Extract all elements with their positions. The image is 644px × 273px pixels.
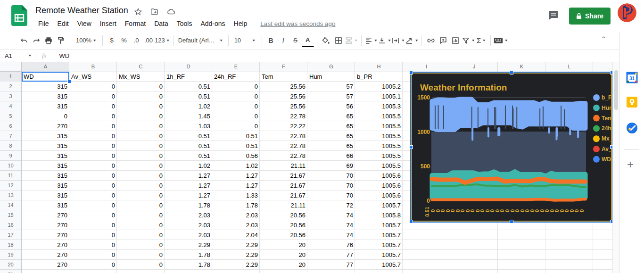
- menu-item-data[interactable]: Data: [150, 19, 172, 28]
- format-currency-button[interactable]: $: [106, 34, 118, 47]
- column-header-e[interactable]: E: [212, 62, 260, 72]
- cell-G12[interactable]: 70: [307, 181, 353, 190]
- column-header-k[interactable]: K: [498, 62, 545, 72]
- row-header-5[interactable]: 5: [0, 111, 21, 121]
- row-header-9[interactable]: 9: [0, 151, 21, 161]
- chart-resize-handle[interactable]: [409, 145, 413, 149]
- cell-G15[interactable]: 74: [307, 210, 353, 220]
- cell-E17[interactable]: 2.04: [212, 230, 258, 240]
- cell-A16[interactable]: 270: [22, 220, 67, 230]
- row-header-1[interactable]: 1: [0, 72, 21, 82]
- vertical-scrollbar[interactable]: [612, 62, 619, 273]
- move-folder-icon[interactable]: [150, 8, 159, 16]
- column-header-a[interactable]: A: [22, 62, 69, 72]
- cell-C20[interactable]: 0: [117, 260, 163, 270]
- cell-C13[interactable]: 0: [117, 190, 163, 200]
- cell-A19[interactable]: 270: [22, 250, 67, 260]
- cell-E11[interactable]: 1.27: [212, 171, 258, 181]
- cell-B5[interactable]: 0: [69, 111, 115, 121]
- cell-H19[interactable]: 1005.7: [355, 250, 401, 260]
- column-header-i[interactable]: I: [403, 62, 450, 72]
- cell-D15[interactable]: 2.03: [165, 210, 210, 220]
- google-calendar-icon[interactable]: 31: [626, 72, 638, 83]
- paint-format-button[interactable]: [55, 34, 67, 47]
- font-size-select[interactable]: 10▼: [231, 34, 259, 47]
- cell-D20[interactable]: 1.78: [165, 260, 210, 270]
- row-header-12[interactable]: 12: [0, 181, 21, 190]
- strikethrough-button[interactable]: S: [289, 34, 302, 47]
- cell-C11[interactable]: 0: [117, 171, 163, 181]
- menu-item-format[interactable]: Format: [121, 19, 149, 28]
- share-button[interactable]: Share: [569, 8, 611, 25]
- cell-G20[interactable]: 77: [307, 260, 353, 270]
- cell-C19[interactable]: 0: [117, 250, 163, 260]
- cell-A4[interactable]: 315: [22, 101, 67, 111]
- insert-comment-button[interactable]: [437, 34, 449, 47]
- cell-D7[interactable]: 0.51: [165, 131, 210, 141]
- cell-E13[interactable]: 1.33: [212, 190, 258, 200]
- cell-C14[interactable]: 0: [117, 200, 163, 210]
- embedded-chart[interactable]: Weather Information1500100050000.5100000…: [411, 73, 612, 222]
- cell-C15[interactable]: 0: [117, 210, 163, 220]
- merge-cells-button[interactable]: ▼: [345, 34, 358, 47]
- cell-G8[interactable]: 65: [307, 141, 353, 151]
- cell-B17[interactable]: 0: [69, 230, 115, 240]
- menu-item-file[interactable]: File: [34, 19, 53, 28]
- cell-C12[interactable]: 0: [117, 181, 163, 190]
- cell-H15[interactable]: 1005.8: [355, 210, 401, 220]
- cell-H18[interactable]: 1005.7: [355, 240, 401, 250]
- cell-G17[interactable]: 74: [307, 230, 353, 240]
- cell-A3[interactable]: 315: [22, 91, 67, 101]
- cell-F4[interactable]: 25.56: [260, 101, 305, 111]
- cell-G13[interactable]: 70: [307, 190, 353, 200]
- cell-B1[interactable]: Av_WS: [71, 72, 117, 82]
- decrease-decimals-button[interactable]: .0: [130, 34, 142, 47]
- cell-F16[interactable]: 20.56: [260, 220, 305, 230]
- cell-D14[interactable]: 1.78: [165, 200, 210, 210]
- row-header-16[interactable]: 16: [0, 220, 21, 230]
- more-formats-button[interactable]: 123▼: [155, 34, 170, 47]
- cell-D18[interactable]: 2.29: [165, 240, 210, 250]
- increase-decimals-button[interactable]: .00: [142, 34, 155, 47]
- cell-A7[interactable]: 315: [22, 131, 67, 141]
- cell-D17[interactable]: 2.03: [165, 230, 210, 240]
- cell-F18[interactable]: 20: [260, 240, 305, 250]
- select-all-corner[interactable]: [0, 62, 22, 72]
- cell-D10[interactable]: 1.02: [165, 161, 210, 171]
- cell-E4[interactable]: 0: [212, 101, 258, 111]
- add-addon-button[interactable]: +: [627, 158, 634, 171]
- text-color-button[interactable]: A: [302, 33, 314, 47]
- cell-G19[interactable]: 77: [307, 250, 353, 260]
- format-percent-button[interactable]: %: [118, 34, 130, 47]
- cell-H9[interactable]: 1005.5: [355, 151, 401, 161]
- cell-B10[interactable]: 0: [69, 161, 115, 171]
- cell-H3[interactable]: 1005.1: [355, 91, 401, 101]
- cell-A14[interactable]: 315: [22, 200, 67, 210]
- cell-H5[interactable]: 1005.5: [355, 111, 401, 121]
- cell-H2[interactable]: 1005.2: [355, 82, 401, 91]
- column-header-j[interactable]: J: [450, 62, 498, 72]
- cell-G5[interactable]: 65: [307, 111, 353, 121]
- cell-F5[interactable]: 22.78: [260, 111, 305, 121]
- cell-E14[interactable]: 1.78: [212, 200, 258, 210]
- cell-A18[interactable]: 270: [22, 240, 67, 250]
- cell-B4[interactable]: 0: [69, 101, 115, 111]
- star-icon[interactable]: [134, 8, 142, 16]
- cell-C10[interactable]: 0: [117, 161, 163, 171]
- account-avatar[interactable]: [618, 3, 636, 22]
- chart-resize-handle[interactable]: [510, 71, 513, 74]
- cell-C1[interactable]: Mx_WS: [119, 72, 165, 82]
- doc-title[interactable]: Remote Weather Station: [35, 6, 128, 16]
- cell-D19[interactable]: 1.78: [165, 250, 210, 260]
- formula-input[interactable]: WD: [53, 52, 644, 59]
- row-header-17[interactable]: 17: [0, 230, 21, 240]
- menu-item-tools[interactable]: Tools: [173, 19, 196, 28]
- cell-B2[interactable]: 0: [69, 82, 115, 91]
- cell-G14[interactable]: 72: [307, 200, 353, 210]
- row-header-20[interactable]: 20: [0, 260, 21, 270]
- cloud-saved-icon[interactable]: [166, 8, 176, 16]
- cell-A2[interactable]: 315: [22, 82, 67, 91]
- collapse-toolbar-button[interactable]: ⌃: [601, 35, 606, 42]
- cell-D1[interactable]: 1h_RF: [166, 72, 212, 82]
- vertical-align-button[interactable]: ▼: [378, 34, 391, 47]
